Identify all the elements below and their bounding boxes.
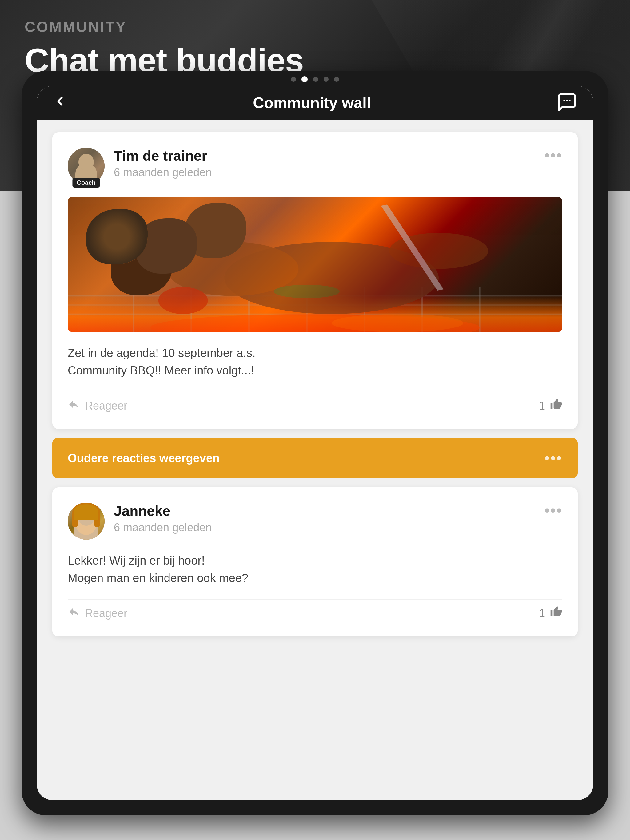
- janneke-hair: [74, 504, 98, 519]
- comment-like-area: 1: [539, 606, 562, 621]
- post-text-line1: Zet in de agenda! 10 september a.s.: [68, 344, 562, 362]
- dot-4[interactable]: [324, 77, 329, 82]
- user-info-janneke: Janneke 6 maanden geleden: [114, 503, 212, 534]
- reply-button[interactable]: Reageer: [68, 398, 127, 414]
- user-name-tim: Tim de trainer: [114, 148, 212, 164]
- tablet-frame: Community wall: [22, 71, 608, 815]
- page-dots: [291, 76, 339, 82]
- post-time-tim: 6 maanden geleden: [114, 166, 212, 179]
- svg-point-19: [158, 287, 208, 314]
- dot-2[interactable]: [301, 76, 308, 82]
- thumbs-up-icon[interactable]: [550, 398, 562, 414]
- svg-point-20: [274, 285, 340, 298]
- app-content: Coach Tim de trainer 6 maanden geleden •…: [37, 120, 593, 800]
- avatar-janneke: [68, 503, 104, 540]
- back-button[interactable]: [52, 93, 68, 112]
- comment-header: Janneke 6 maanden geleden •••: [68, 503, 562, 540]
- tablet-inner: Community wall: [37, 86, 593, 800]
- more-options-button[interactable]: •••: [544, 148, 562, 163]
- comment-reply-button[interactable]: Reageer: [68, 606, 127, 621]
- avatar-image-janneke: [68, 503, 104, 540]
- dot-1[interactable]: [291, 77, 296, 82]
- post-text-line2: Community BBQ!! Meer info volgt...!: [68, 362, 562, 379]
- svg-point-0: [563, 99, 565, 101]
- dot-5[interactable]: [334, 77, 339, 82]
- coach-badge: Coach: [72, 178, 100, 188]
- comment-reply-label: Reageer: [85, 607, 127, 620]
- svg-point-2: [569, 99, 571, 101]
- comment-text: Lekker! Wij zijn er bij hoor! Mogen man …: [68, 552, 562, 587]
- post-header: Coach Tim de trainer 6 maanden geleden •…: [68, 148, 562, 185]
- like-count: 1: [539, 399, 545, 412]
- svg-point-14: [332, 314, 464, 332]
- post-footer: Reageer 1: [68, 392, 562, 414]
- comment-time: 6 maanden geleden: [114, 521, 212, 534]
- post-image-bbq: [68, 197, 562, 332]
- svg-point-1: [566, 99, 568, 101]
- comment-text-line2: Mogen man en kinderen ook mee?: [68, 569, 562, 587]
- older-reactions-bar[interactable]: Oudere reacties weergeven •••: [52, 438, 578, 478]
- post-card: Coach Tim de trainer 6 maanden geleden •…: [52, 132, 578, 429]
- comment-user: Janneke 6 maanden geleden: [68, 503, 212, 540]
- app-screen: Community wall: [37, 86, 593, 800]
- avatar-wrapper-janneke: [68, 503, 104, 540]
- comment-text-line1: Lekker! Wij zijn er bij hoor!: [68, 552, 562, 569]
- app-title: Community wall: [253, 94, 371, 112]
- chat-icon[interactable]: [556, 92, 578, 114]
- older-reactions-label: Oudere reacties weergeven: [68, 452, 220, 465]
- avatar-wrapper-tim: Coach: [68, 148, 104, 185]
- comment-reply-icon: [68, 606, 80, 621]
- comment-thumbs-up-icon[interactable]: [550, 606, 562, 621]
- community-label: COMMUNITY: [25, 19, 337, 35]
- like-area: 1: [539, 398, 562, 414]
- post-text: Zet in de agenda! 10 september a.s. Comm…: [68, 344, 562, 379]
- comment-card: Janneke 6 maanden geleden ••• Lekker! Wi…: [52, 487, 578, 636]
- comment-more-options-button[interactable]: •••: [544, 503, 562, 518]
- dot-3[interactable]: [313, 77, 318, 82]
- comment-like-count: 1: [539, 607, 545, 620]
- user-name-janneke: Janneke: [114, 503, 212, 519]
- post-user: Coach Tim de trainer 6 maanden geleden: [68, 148, 212, 185]
- user-info-tim: Tim de trainer 6 maanden geleden: [114, 148, 212, 179]
- older-reactions-more-button[interactable]: •••: [544, 449, 562, 467]
- comment-footer: Reageer 1: [68, 599, 562, 621]
- reply-label: Reageer: [85, 399, 127, 412]
- reply-icon: [68, 398, 80, 414]
- app-header: Community wall: [37, 86, 593, 120]
